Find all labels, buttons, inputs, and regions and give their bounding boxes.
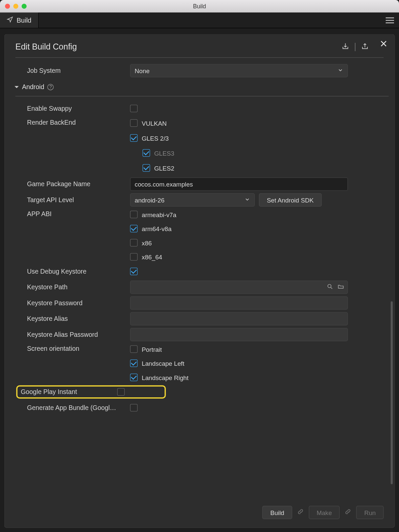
package-name-value: cocos.com.examples (135, 181, 193, 188)
landscape-right-label: Landscape Right (142, 374, 189, 381)
job-system-label: Job System (27, 67, 123, 74)
import-icon[interactable] (342, 42, 349, 52)
window-title: Build (0, 3, 399, 10)
search-icon[interactable] (327, 283, 333, 291)
android-section-toggle[interactable]: Android ? (15, 82, 54, 91)
tab-bar: Build (0, 13, 399, 29)
landscape-right-checkbox[interactable] (130, 374, 138, 381)
vulkan-checkbox[interactable] (130, 119, 138, 127)
gles23-checkbox[interactable] (130, 134, 138, 142)
traffic-lights (0, 4, 27, 9)
keystore-password-input[interactable] (130, 296, 348, 310)
android-section-label: Android (22, 83, 44, 91)
target-api-select[interactable]: android-26 (130, 193, 255, 206)
enable-swappy-checkbox[interactable] (130, 105, 138, 112)
package-name-input[interactable]: cocos.com.examples (130, 178, 348, 191)
divider (15, 96, 389, 96)
scrollbar[interactable] (391, 301, 393, 484)
gles3-label: GLES3 (154, 149, 174, 156)
help-icon[interactable]: ? (48, 84, 54, 90)
set-android-sdk-button[interactable]: Set Android SDK (259, 193, 322, 206)
set-android-sdk-label: Set Android SDK (267, 197, 314, 203)
minimize-window-button[interactable] (13, 4, 18, 9)
keystore-alias-password-input[interactable] (130, 328, 348, 341)
keystore-alias-label: Keystore Alias (27, 315, 123, 323)
landscape-left-checkbox[interactable] (130, 359, 138, 367)
keystore-password-label: Keystore Password (27, 299, 123, 307)
paper-plane-icon (7, 16, 13, 25)
build-button[interactable]: Build (262, 506, 292, 519)
hamburger-menu-icon[interactable] (386, 17, 394, 23)
google-play-instant-label: Google Play Instant (21, 388, 117, 396)
arm64-label: arm64-v8a (142, 225, 172, 232)
build-button-label: Build (270, 509, 284, 516)
enable-swappy-label: Enable Swappy (27, 105, 123, 112)
arm64-checkbox[interactable] (130, 225, 138, 232)
use-debug-keystore-label: Use Debug Keystore (27, 268, 123, 275)
x86-checkbox[interactable] (130, 239, 138, 247)
keystore-alias-input[interactable] (130, 312, 348, 326)
render-backend-label: Render BackEnd (27, 116, 123, 126)
vulkan-label: VULKAN (142, 119, 167, 126)
close-icon[interactable] (379, 40, 388, 50)
close-window-button[interactable] (5, 4, 10, 9)
use-debug-keystore-checkbox[interactable] (130, 268, 138, 275)
build-config-panel: Edit Build Config Job System None (4, 34, 395, 528)
chevron-down-icon (15, 83, 19, 91)
panel-title: Edit Build Config (15, 42, 77, 52)
generate-app-bundle-checkbox[interactable] (130, 404, 138, 412)
gles2-label: GLES2 (154, 164, 174, 171)
target-api-label: Target API Level (27, 196, 123, 204)
package-name-label: Game Package Name (27, 181, 123, 188)
x86-64-label: x86_64 (142, 253, 162, 260)
maximize-window-button[interactable] (22, 4, 27, 9)
landscape-left-label: Landscape Left (142, 360, 184, 367)
screen-orientation-label: Screen orientation (27, 342, 123, 352)
make-button-label: Make (317, 509, 332, 516)
run-button-label: Run (364, 509, 376, 516)
keystore-path-label: Keystore Path (27, 284, 123, 291)
keystore-alias-password-label: Keystore Alias Password (27, 331, 123, 338)
keystore-path-input[interactable] (130, 281, 348, 294)
tab-label: Build (17, 17, 31, 24)
divider (355, 43, 355, 51)
mac-titlebar: Build (0, 0, 399, 13)
app-abi-label: APP ABI (27, 208, 123, 218)
tab-build[interactable]: Build (0, 13, 39, 28)
chevron-down-icon (337, 67, 343, 74)
chevron-down-icon (244, 197, 250, 203)
run-button[interactable]: Run (356, 506, 384, 519)
generate-app-bundle-label: Generate App Bundle (Googl… (27, 404, 123, 412)
armeabi-checkbox[interactable] (130, 211, 138, 218)
panel-footer: Build Make Run (5, 499, 395, 527)
export-icon[interactable] (361, 42, 369, 52)
target-api-value: android-26 (135, 197, 165, 203)
link-icon (345, 508, 351, 517)
gles2-checkbox[interactable] (143, 164, 150, 172)
gles3-checkbox[interactable] (143, 149, 150, 157)
job-system-value: None (135, 67, 150, 74)
gles23-label: GLES 2/3 (142, 134, 169, 141)
divider (15, 58, 384, 58)
google-play-instant-checkbox[interactable] (117, 388, 125, 396)
folder-open-icon[interactable] (337, 283, 344, 291)
job-system-select[interactable]: None (130, 64, 348, 77)
make-button[interactable]: Make (309, 506, 339, 519)
armeabi-label: armeabi-v7a (142, 211, 176, 218)
portrait-label: Portrait (142, 345, 162, 352)
x86-label: x86 (142, 239, 152, 246)
svg-point-0 (328, 284, 331, 288)
google-play-instant-highlight: Google Play Instant (16, 385, 166, 399)
portrait-checkbox[interactable] (130, 345, 138, 353)
x86-64-checkbox[interactable] (130, 253, 138, 261)
link-icon (297, 508, 304, 517)
